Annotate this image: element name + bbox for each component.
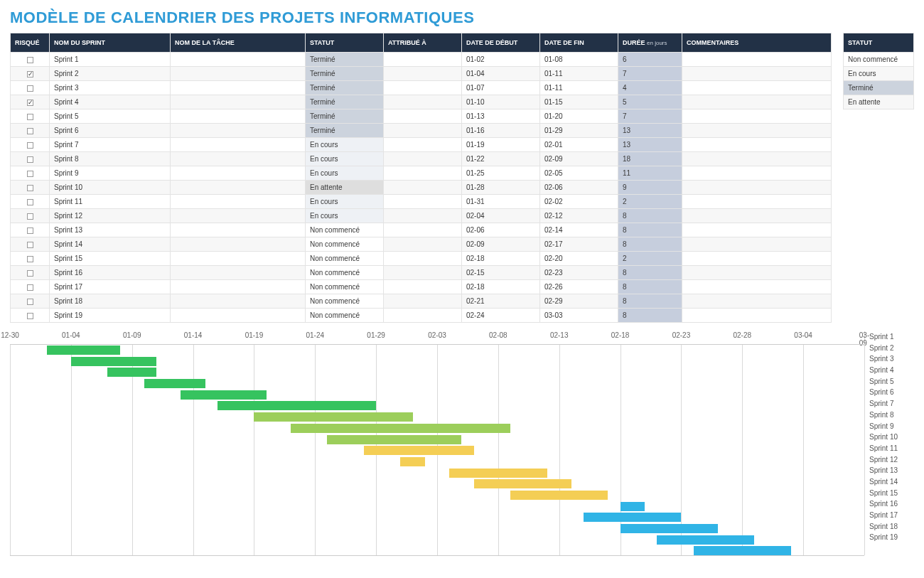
cell-task[interactable] (171, 124, 306, 138)
cell-assignee[interactable] (384, 294, 462, 309)
gantt-bar[interactable] (47, 346, 120, 355)
cell-start[interactable]: 01-19 (462, 138, 540, 152)
risk-checkbox[interactable] (11, 309, 50, 323)
col-start[interactable]: DATE DE DÉBUT (462, 33, 540, 53)
risk-checkbox[interactable] (11, 223, 50, 237)
cell-assignee[interactable] (384, 309, 462, 323)
table-row[interactable]: Sprint 10En attente01-2802-069 (11, 181, 832, 195)
cell-end[interactable]: 01-20 (540, 109, 618, 124)
cell-status[interactable]: Terminé (306, 81, 384, 95)
cell-sprint[interactable]: Sprint 4 (50, 95, 171, 109)
gantt-bar[interactable] (694, 546, 791, 555)
cell-end[interactable]: 01-11 (540, 81, 618, 95)
cell-start[interactable]: 02-06 (462, 223, 540, 237)
table-row[interactable]: Sprint 9En cours01-2502-0511 (11, 166, 832, 181)
risk-checkbox[interactable] (11, 53, 50, 67)
col-sprint[interactable]: NOM DU SPRINT (50, 33, 171, 53)
cell-comments[interactable] (682, 294, 832, 309)
risk-checkbox[interactable] (11, 280, 50, 294)
col-risk[interactable]: RISQUÉ (11, 33, 50, 53)
table-row[interactable]: Sprint 2Terminé01-0401-117 (11, 67, 832, 81)
table-row[interactable]: Sprint 11En cours01-3102-022 (11, 195, 832, 209)
cell-sprint[interactable]: Sprint 1 (50, 53, 171, 67)
table-row[interactable]: Sprint 16Non commencé02-1502-238 (11, 266, 832, 280)
cell-end[interactable]: 02-20 (540, 252, 618, 266)
table-row[interactable]: Sprint 17Non commencé02-1802-268 (11, 280, 832, 294)
cell-status[interactable]: En cours (306, 152, 384, 166)
cell-comments[interactable] (682, 237, 832, 252)
cell-status[interactable]: En cours (306, 195, 384, 209)
cell-start[interactable]: 01-07 (462, 81, 540, 95)
cell-duration[interactable]: 8 (618, 266, 682, 280)
cell-task[interactable] (171, 252, 306, 266)
cell-end[interactable]: 01-11 (540, 67, 618, 81)
cell-duration[interactable]: 18 (618, 152, 682, 166)
col-duration[interactable]: DURÉE en jours (618, 33, 682, 53)
cell-sprint[interactable]: Sprint 3 (50, 81, 171, 95)
cell-end[interactable]: 02-09 (540, 152, 618, 166)
cell-sprint[interactable]: Sprint 5 (50, 109, 171, 124)
cell-task[interactable] (171, 280, 306, 294)
cell-end[interactable]: 02-26 (540, 280, 618, 294)
cell-start[interactable]: 02-09 (462, 237, 540, 252)
cell-start[interactable]: 01-16 (462, 124, 540, 138)
risk-checkbox[interactable] (11, 124, 50, 138)
cell-status[interactable]: Terminé (306, 109, 384, 124)
cell-assignee[interactable] (384, 223, 462, 237)
cell-task[interactable] (171, 223, 306, 237)
table-row[interactable]: Sprint 4Terminé01-1001-155 (11, 95, 832, 109)
cell-assignee[interactable] (384, 166, 462, 181)
risk-checkbox[interactable] (11, 138, 50, 152)
cell-duration[interactable]: 4 (618, 81, 682, 95)
cell-duration[interactable]: 8 (618, 223, 682, 237)
gantt-bar[interactable] (181, 390, 266, 400)
cell-duration[interactable]: 6 (618, 53, 682, 67)
cell-end[interactable]: 02-02 (540, 195, 618, 209)
table-row[interactable]: Sprint 14Non commencé02-0902-178 (11, 237, 832, 252)
cell-comments[interactable] (682, 152, 832, 166)
cell-sprint[interactable]: Sprint 19 (50, 309, 171, 323)
gantt-bar[interactable] (254, 412, 412, 422)
cell-sprint[interactable]: Sprint 15 (50, 252, 171, 266)
cell-sprint[interactable]: Sprint 13 (50, 223, 171, 237)
cell-sprint[interactable]: Sprint 11 (50, 195, 171, 209)
cell-duration[interactable]: 2 (618, 252, 682, 266)
cell-task[interactable] (171, 53, 306, 67)
cell-assignee[interactable] (384, 252, 462, 266)
cell-duration[interactable]: 8 (618, 280, 682, 294)
cell-start[interactable]: 02-04 (462, 209, 540, 223)
cell-assignee[interactable] (384, 138, 462, 152)
table-row[interactable]: Sprint 8En cours01-2202-0918 (11, 152, 832, 166)
cell-start[interactable]: 01-28 (462, 181, 540, 195)
cell-sprint[interactable]: Sprint 7 (50, 138, 171, 152)
gantt-bar[interactable] (449, 469, 547, 478)
gantt-bar[interactable] (584, 513, 681, 522)
cell-sprint[interactable]: Sprint 6 (50, 124, 171, 138)
cell-assignee[interactable] (384, 81, 462, 95)
cell-comments[interactable] (682, 266, 832, 280)
table-row[interactable]: Sprint 18Non commencé02-2102-298 (11, 294, 832, 309)
risk-checkbox[interactable] (11, 166, 50, 181)
cell-sprint[interactable]: Sprint 9 (50, 166, 171, 181)
table-row[interactable]: Sprint 12En cours02-0402-128 (11, 209, 832, 223)
cell-comments[interactable] (682, 195, 832, 209)
table-row[interactable]: Sprint 3Terminé01-0701-114 (11, 81, 832, 95)
cell-duration[interactable]: 7 (618, 109, 682, 124)
cell-sprint[interactable]: Sprint 12 (50, 209, 171, 223)
risk-checkbox[interactable] (11, 67, 50, 81)
cell-task[interactable] (171, 309, 306, 323)
cell-duration[interactable]: 8 (618, 209, 682, 223)
cell-end[interactable]: 03-03 (540, 309, 618, 323)
cell-sprint[interactable]: Sprint 8 (50, 152, 171, 166)
cell-end[interactable]: 02-29 (540, 294, 618, 309)
cell-status[interactable]: Non commencé (306, 294, 384, 309)
cell-status[interactable]: Non commencé (306, 237, 384, 252)
cell-assignee[interactable] (384, 237, 462, 252)
cell-start[interactable]: 01-13 (462, 109, 540, 124)
table-row[interactable]: Sprint 5Terminé01-1301-207 (11, 109, 832, 124)
cell-comments[interactable] (682, 209, 832, 223)
cell-task[interactable] (171, 152, 306, 166)
risk-checkbox[interactable] (11, 95, 50, 109)
risk-checkbox[interactable] (11, 237, 50, 252)
cell-end[interactable]: 01-08 (540, 53, 618, 67)
